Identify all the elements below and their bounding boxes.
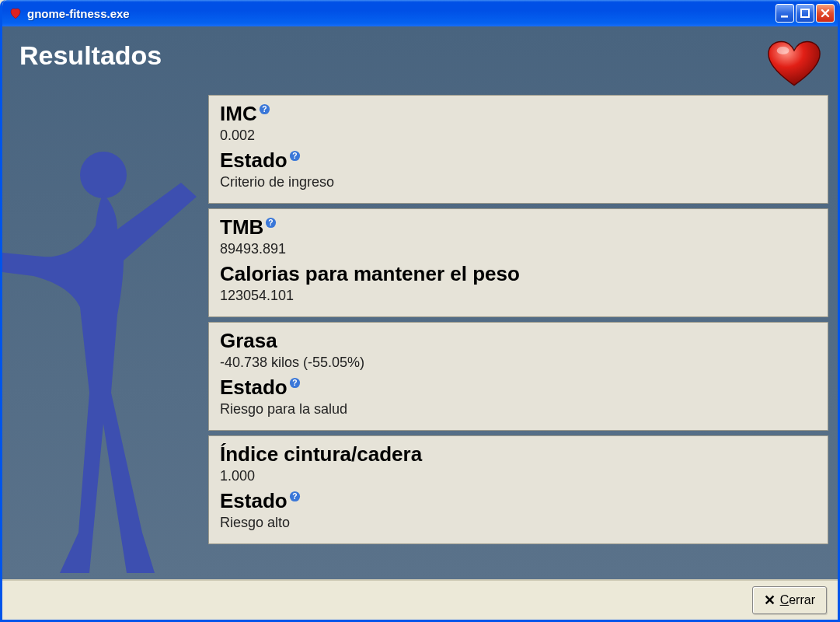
imc-value: 0.002	[220, 128, 817, 144]
info-icon[interactable]: ?	[289, 377, 301, 389]
info-icon[interactable]: ?	[265, 217, 277, 229]
panel-grasa: Grasa -40.738 kilos (-55.05%) Estado ? R…	[208, 322, 828, 431]
tmb-value: 89493.891	[220, 241, 817, 257]
svg-text:?: ?	[262, 105, 267, 114]
grasa-value: -40.738 kilos (-55.05%)	[220, 355, 817, 371]
svg-rect-1	[801, 9, 809, 17]
content-area: Resultados	[2, 26, 838, 579]
tmb-label: TMB	[220, 215, 263, 239]
icc-state-label: Estado	[220, 489, 288, 513]
dancer-figure-icon	[2, 95, 208, 579]
titlebar[interactable]: gnome-fitness.exe	[2, 0, 838, 26]
panel-icc: Índice cintura/cadera 1.000 Estado ? Rie…	[208, 435, 828, 544]
calories-label: Calorias para mantener el peso	[220, 262, 520, 286]
panel-tmb: TMB ? 89493.891 Calorias para mantener e…	[208, 208, 828, 317]
svg-text:?: ?	[269, 218, 274, 227]
imc-label: IMC	[220, 102, 257, 126]
svg-text:?: ?	[292, 379, 297, 387]
cerrar-label: Cerrar	[780, 593, 815, 607]
info-icon[interactable]: ?	[289, 150, 301, 162]
imc-state-value: Criterio de ingreso	[220, 174, 817, 190]
info-icon[interactable]: ?	[289, 491, 301, 502]
minimize-button[interactable]	[776, 4, 794, 23]
icc-value: 1.000	[220, 468, 817, 484]
body-row: IMC ? 0.002 Estado ? Criterio de ingreso	[2, 95, 838, 579]
grasa-label: Grasa	[220, 329, 277, 353]
header-row: Resultados	[2, 26, 838, 95]
icc-label: Índice cintura/cadera	[220, 442, 422, 466]
footer-bar: ✕ Cerrar	[2, 579, 838, 620]
imc-state-label: Estado	[220, 149, 288, 173]
calories-value: 123054.101	[220, 288, 817, 304]
svg-text:?: ?	[292, 492, 297, 501]
heart-icon	[766, 40, 822, 87]
panel-imc: IMC ? 0.002 Estado ? Criterio de ingreso	[208, 95, 828, 204]
svg-text:?: ?	[292, 152, 297, 160]
svg-point-3	[80, 152, 127, 198]
window-controls	[776, 4, 835, 23]
close-x-icon: ✕	[764, 592, 776, 609]
app-heart-icon	[9, 6, 23, 20]
grasa-state-label: Estado	[220, 376, 288, 400]
result-panels: IMC ? 0.002 Estado ? Criterio de ingreso	[208, 95, 838, 579]
cerrar-button[interactable]: ✕ Cerrar	[752, 586, 827, 614]
window-title: gnome-fitness.exe	[27, 7, 776, 20]
page-title: Resultados	[19, 40, 162, 71]
maximize-button[interactable]	[796, 4, 814, 23]
close-button[interactable]	[816, 4, 835, 23]
grasa-state-value: Riesgo para la salud	[220, 401, 817, 418]
svg-rect-0	[781, 16, 788, 18]
icc-state-value: Riesgo alto	[220, 515, 817, 531]
svg-point-2	[777, 47, 789, 54]
app-window: gnome-fitness.exe Resultados	[0, 0, 840, 622]
info-icon[interactable]: ?	[259, 103, 270, 115]
